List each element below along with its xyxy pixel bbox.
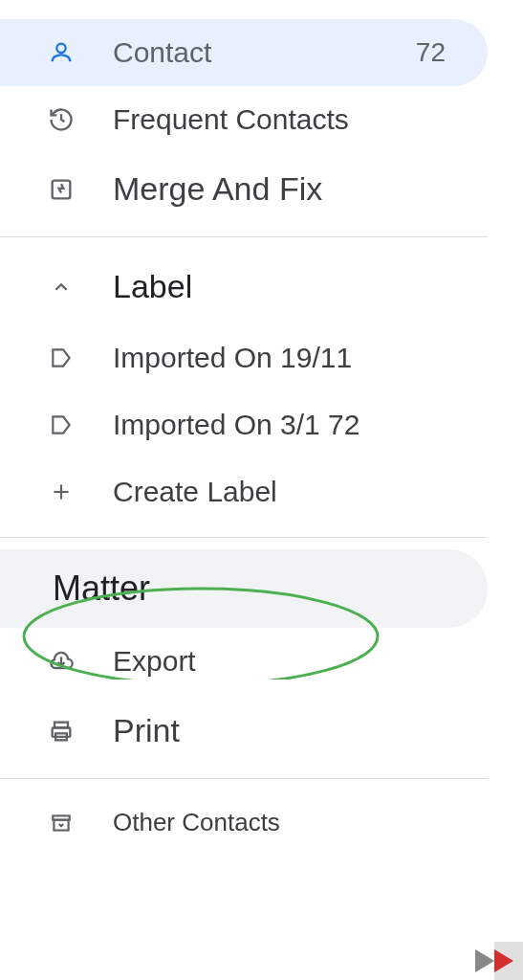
sidebar-item-label-2[interactable]: Imported On 3/1 72: [0, 391, 488, 458]
sidebar-item-merge[interactable]: Merge And Fix: [0, 153, 488, 225]
label-section-header[interactable]: Label: [0, 249, 488, 324]
merge-label: Merge And Fix: [113, 170, 465, 208]
other-label: Other Contacts: [113, 808, 465, 837]
sidebar-item-create-label[interactable]: Create Label: [0, 458, 488, 525]
plus-icon: [48, 479, 75, 505]
svg-marker-13: [475, 949, 494, 972]
tag-icon: [48, 412, 75, 438]
sidebar-item-export[interactable]: Export: [0, 628, 488, 695]
matter-label: Matter: [53, 568, 150, 609]
sidebar-item-frequent[interactable]: Frequent Contacts: [0, 86, 488, 153]
divider: [0, 537, 488, 538]
divider: [0, 778, 488, 779]
export-label: Export: [113, 645, 465, 678]
sidebar-item-label-1[interactable]: Imported On 19/11: [0, 324, 488, 391]
create-label-text: Create Label: [113, 476, 465, 508]
sidebar-item-print[interactable]: Print: [0, 695, 488, 767]
sidebar: Contact 72 Frequent Contacts Merge And F…: [0, 0, 488, 855]
label-1-text: Imported On 19/11: [113, 342, 465, 374]
print-label: Print: [113, 712, 465, 749]
cloud-download-icon: [48, 648, 75, 675]
label-2-text: Imported On 3/1 72: [113, 409, 465, 441]
print-icon: [48, 718, 75, 745]
merge-fix-icon: [48, 176, 75, 203]
label-header-text: Label: [113, 268, 465, 305]
tag-icon: [48, 345, 75, 371]
frequent-label: Frequent Contacts: [113, 103, 465, 136]
sidebar-item-contact[interactable]: Contact 72: [0, 19, 488, 86]
sidebar-item-other[interactable]: Other Contacts: [0, 791, 488, 855]
svg-point-0: [56, 44, 65, 53]
logo-corner: [466, 942, 523, 980]
chevron-up-icon: [48, 274, 75, 301]
divider: [0, 236, 488, 237]
sidebar-item-matter[interactable]: Matter: [0, 549, 488, 628]
archive-icon: [48, 810, 75, 836]
contact-count: 72: [416, 37, 446, 68]
person-icon: [48, 39, 75, 66]
history-icon: [48, 106, 75, 133]
contact-label: Contact: [113, 36, 416, 69]
